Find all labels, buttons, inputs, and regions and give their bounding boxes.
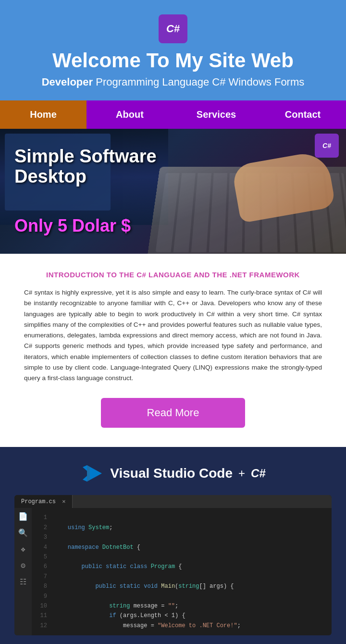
vscode-header: Visual Studio Code + C# [14,461,332,485]
code-editor: Program.cs ✕ 📄 🔍 ❖ ⚙ ☷ 1 2 using System; [14,495,332,635]
logo-text: C# [166,23,180,35]
sidebar-debug-icon[interactable]: ⚙ [21,561,25,570]
csharp-logo-icon: C# [159,14,187,43]
read-more-button[interactable]: Read More [101,398,245,428]
code-line-3: 3 [39,533,324,542]
hero-title-line2: Desktop [14,166,86,186]
site-subtitle: Developer Programming Language C# Window… [10,76,336,88]
code-line-8: 8 public static void Main(string[] args)… [39,582,324,591]
nav-services[interactable]: Services [173,100,260,129]
code-line-7: 7 [39,572,324,582]
code-tabs-bar: Program.cs ✕ [14,495,332,508]
intro-title: INTRODUCTION TO THE C# LANGUAGE AND THE … [24,271,322,279]
intro-section: INTRODUCTION TO THE C# LANGUAGE AND THE … [0,254,346,447]
sidebar-search-icon[interactable]: 🔍 [18,528,28,538]
code-line-12: 12 message = "Welcome to .NET Core!"; [39,621,324,631]
code-tab-program[interactable]: Program.cs ✕ [14,495,73,508]
vscode-title: Visual Studio Code [110,466,233,481]
sidebar-file-icon: 📄 [18,512,28,521]
vscode-plus: + [238,467,245,480]
nav-home[interactable]: Home [0,100,86,129]
code-line-2: 2 using System; [39,523,324,533]
nav-contact[interactable]: Contact [260,100,346,129]
hero-price: Only 5 Dolar $ [14,216,346,236]
tab-close-icon[interactable]: ✕ [62,498,65,505]
site-title: Welcome To My Site Web [10,49,336,72]
nav-about[interactable]: About [86,100,173,129]
hero-banner: Simple Software Desktop Only 5 Dolar $ C… [0,129,346,254]
code-body: 📄 🔍 ❖ ⚙ ☷ 1 2 using System; 3 4 [14,508,332,635]
subtitle-bold: Developer [42,76,93,88]
hero-content: Simple Software Desktop Only 5 Dolar $ [0,147,346,236]
code-content: 1 2 using System; 3 4 namespace DotnetBo… [32,508,332,635]
code-line-10: 10 string message = ""; [39,601,324,611]
intro-body: C# syntax is highly expressive, yet it i… [24,287,322,384]
subtitle-rest: Programming Language C# Windows Forms [93,76,304,88]
vscode-section: Visual Studio Code + C# Program.cs ✕ 📄 🔍… [0,447,346,644]
site-header: C# Welcome To My Site Web Developer Prog… [0,0,346,100]
sidebar-git-icon[interactable]: ❖ [21,545,25,554]
svg-marker-0 [83,465,102,482]
code-sidebar: 📄 🔍 ❖ ⚙ ☷ [14,508,32,635]
code-line-4: 4 namespace DotnetBot { [39,543,324,552]
code-line-11: 11 if (args.Length < 1) { [39,611,324,620]
code-line-9: 9 [39,592,324,601]
vscode-icon [80,461,104,485]
sidebar-extensions-icon[interactable]: ☷ [20,577,26,587]
code-line-1: 1 [39,513,324,522]
code-line-5: 5 [39,552,324,562]
hero-title: Simple Software Desktop [14,147,346,187]
main-nav: Home About Services Contact [0,100,346,129]
code-line-6: 6 public static class Program { [39,562,324,571]
hero-title-line1: Simple Software [14,146,157,166]
svg-marker-1 [87,465,90,482]
vscode-csharp-label: C# [251,467,266,480]
